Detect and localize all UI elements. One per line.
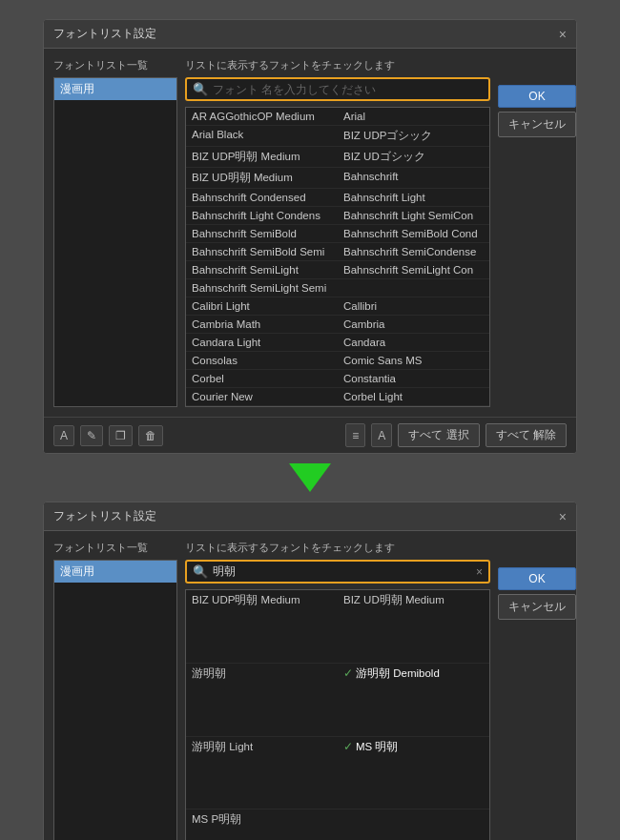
top-dialog-title: フォントリスト設定 xyxy=(53,26,156,42)
bottom-font-list-left[interactable]: 漫画用 xyxy=(53,560,177,840)
bottom-dialog-body: フォントリスト一覧 漫画用 リストに表示するフォントをチェックします 🔍 × B… xyxy=(44,531,490,840)
bottom-ok-cancel-col: OK キャンセル xyxy=(490,531,576,840)
font-grid-item[interactable]: 游明朝 Light xyxy=(186,737,338,810)
font-grid-item[interactable]: AR AGGothicOP Medium xyxy=(186,108,338,126)
top-font-icon-button[interactable]: A xyxy=(53,425,74,446)
font-grid-item-checked[interactable]: ✓游明朝 Demibold xyxy=(338,664,489,737)
top-close-button[interactable]: × xyxy=(559,28,567,41)
bottom-dialog: フォントリスト設定 × フォントリスト一覧 漫画用 リストに表示するフォントをチ… xyxy=(43,502,577,840)
top-delete-icon-button[interactable]: 🗑 xyxy=(138,425,163,446)
search-icon: 🔍 xyxy=(193,82,208,96)
font-grid-item[interactable]: Arial Black xyxy=(186,126,338,147)
font-grid-item[interactable]: BIZ UDPゴシック xyxy=(338,126,489,147)
search-clear-button[interactable]: × xyxy=(476,565,483,579)
top-dialog: フォントリスト設定 × フォントリスト一覧 漫画用 リストに表示するフォントをチ… xyxy=(43,19,577,454)
font-grid-item[interactable]: Bahnschrift SemiBold Cond xyxy=(338,225,489,243)
font-grid-item[interactable]: BIZ UDP明朝 Medium xyxy=(186,590,338,664)
font-grid-item[interactable]: Cambria xyxy=(338,316,489,334)
top-dialog-footer: A ✎ ❐ 🗑 ≡ A すべて 選択 すべて 解除 xyxy=(44,417,576,453)
font-grid-item[interactable]: Bahnschrift SemiLight xyxy=(186,261,338,279)
font-grid-item[interactable]: Bahnschrift xyxy=(338,168,489,189)
top-font-grid[interactable]: AR AGGothicOP Medium Arial Arial Black B… xyxy=(185,107,490,407)
top-right-panel-label: リストに表示するフォントをチェックします xyxy=(185,58,490,72)
top-copy-icon-button[interactable]: ❐ xyxy=(109,425,133,446)
top-left-panel: フォントリスト一覧 漫画用 xyxy=(53,58,177,407)
top-edit-icon-button[interactable]: ✎ xyxy=(80,425,103,446)
top-ok-cancel-col: OK キャンセル xyxy=(490,49,576,417)
search-icon: 🔍 xyxy=(193,564,208,579)
font-grid-item[interactable]: Bahnschrift SemiBold xyxy=(186,225,338,243)
font-grid-item[interactable]: Bahnschrift Light Condens xyxy=(186,207,338,225)
font-grid-item[interactable] xyxy=(338,279,489,297)
font-grid-item[interactable]: Calibri Light xyxy=(186,297,338,316)
bottom-search-input[interactable] xyxy=(213,565,476,579)
list-item[interactable]: 漫画用 xyxy=(54,78,176,100)
top-search-input[interactable] xyxy=(213,83,483,96)
font-grid-item[interactable]: Bahnschrift SemiBold Semi xyxy=(186,243,338,261)
font-grid-item-checked[interactable]: ✓MS 明朝 xyxy=(338,737,489,810)
font-grid-item[interactable]: Corbel xyxy=(186,370,338,388)
top-footer-right: ≡ A すべて 選択 すべて 解除 xyxy=(345,423,567,447)
top-search-box: 🔍 xyxy=(185,77,490,101)
top-right-panel: リストに表示するフォントをチェックします 🔍 AR AGGothicOP Med… xyxy=(185,58,490,407)
arrow-container xyxy=(289,454,331,502)
top-font-a-icon-button[interactable]: A xyxy=(371,423,392,447)
top-font-list-left[interactable]: 漫画用 xyxy=(53,77,177,407)
font-grid-item[interactable]: Callibri xyxy=(338,297,489,316)
bottom-left-panel-label: フォントリスト一覧 xyxy=(53,541,177,555)
top-select-all-button[interactable]: すべて 選択 xyxy=(398,423,479,447)
font-grid-item[interactable]: MS P明朝 xyxy=(186,809,338,840)
font-grid-item[interactable]: Arial xyxy=(338,108,489,126)
arrow-wrap xyxy=(289,463,331,492)
top-menu-icon-button[interactable]: ≡ xyxy=(345,423,365,447)
list-item[interactable]: 漫画用 xyxy=(54,561,176,583)
font-grid-item[interactable]: BIZ UD明朝 Medium xyxy=(338,590,489,664)
font-grid-item[interactable]: Cambria Math xyxy=(186,316,338,334)
bottom-ok-button[interactable]: OK xyxy=(498,567,576,590)
font-grid-item[interactable]: Bahnschrift SemiCondense xyxy=(338,243,489,261)
font-grid-item[interactable]: Consolas xyxy=(186,352,338,370)
top-footer-left: A ✎ ❐ 🗑 xyxy=(53,425,163,446)
top-dialog-body: フォントリスト一覧 漫画用 リストに表示するフォントをチェックします 🔍 AR … xyxy=(44,49,490,417)
bottom-font-grid[interactable]: BIZ UDP明朝 Medium BIZ UD明朝 Medium 游明朝 ✓游明… xyxy=(185,589,490,840)
bottom-close-button[interactable]: × xyxy=(559,510,567,523)
bottom-search-box: 🔍 × xyxy=(185,560,490,584)
bottom-right-panel: リストに表示するフォントをチェックします 🔍 × BIZ UDP明朝 Mediu… xyxy=(185,541,490,840)
font-grid-item[interactable]: Bahnschrift Light SemiCon xyxy=(338,207,489,225)
font-grid-item[interactable]: Candara xyxy=(338,334,489,352)
top-left-panel-label: フォントリスト一覧 xyxy=(53,58,177,72)
font-grid-item[interactable] xyxy=(338,809,489,840)
top-cancel-button[interactable]: キャンセル xyxy=(498,112,576,137)
font-grid-item[interactable]: BIZ UDゴシック xyxy=(338,147,489,168)
font-grid-item[interactable]: Candara Light xyxy=(186,334,338,352)
font-grid-item[interactable]: Comic Sans MS xyxy=(338,352,489,370)
font-grid-item[interactable]: Bahnschrift Condensed xyxy=(186,189,338,207)
top-ok-button[interactable]: OK xyxy=(498,85,576,108)
top-title-bar: フォントリスト設定 × xyxy=(44,20,576,49)
bottom-title-bar: フォントリスト設定 × xyxy=(44,502,576,531)
font-grid-item[interactable]: 游明朝 xyxy=(186,664,338,737)
bottom-left-panel: フォントリスト一覧 漫画用 xyxy=(53,541,177,840)
font-grid-item[interactable]: Bahnschrift SemiLight Semi xyxy=(186,279,338,297)
font-grid-item[interactable]: Constantia xyxy=(338,370,489,388)
bottom-cancel-button[interactable]: キャンセル xyxy=(498,594,576,620)
font-grid-item[interactable]: BIZ UDP明朝 Medium xyxy=(186,147,338,168)
top-deselect-all-button[interactable]: すべて 解除 xyxy=(486,423,567,447)
font-grid-item[interactable]: BIZ UD明朝 Medium xyxy=(186,168,338,189)
font-grid-item[interactable]: Corbel Light xyxy=(338,388,489,406)
font-grid-item[interactable]: Bahnschrift Light xyxy=(338,189,489,207)
font-grid-item[interactable]: Bahnschrift SemiLight Con xyxy=(338,261,489,279)
font-grid-item[interactable]: Courier New xyxy=(186,388,338,406)
bottom-dialog-title: フォントリスト設定 xyxy=(53,508,156,524)
bottom-right-panel-label: リストに表示するフォントをチェックします xyxy=(185,541,490,555)
arrow-down xyxy=(289,463,331,492)
